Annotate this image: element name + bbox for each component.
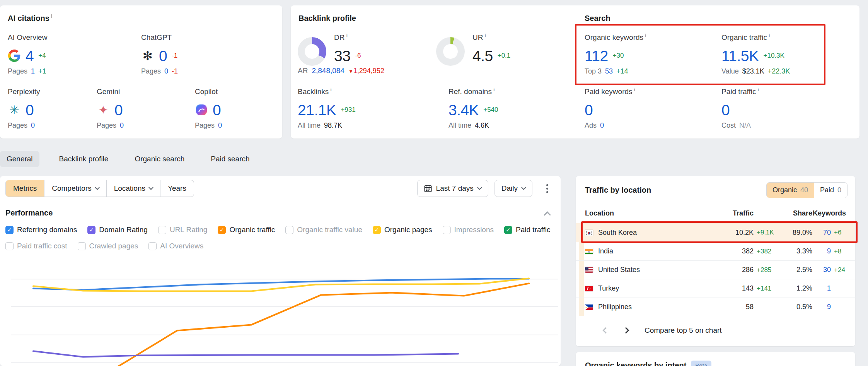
share-value: 3.3% <box>778 247 812 255</box>
ur-delta: +0.1 <box>498 52 511 60</box>
checkbox-paid-traffic[interactable]: ✓Paid traffic <box>504 226 550 234</box>
ref-domains-delta: +540 <box>483 106 498 114</box>
keywords-value[interactable]: 1 <box>812 284 831 292</box>
granularity-button[interactable]: Daily <box>495 180 532 197</box>
info-icon[interactable]: i <box>634 87 636 92</box>
metrics-segment[interactable]: Metrics <box>6 180 44 197</box>
flag-united-states-icon <box>585 267 593 273</box>
checkbox-organic-traffic[interactable]: ✓Organic traffic <box>218 226 275 234</box>
share-value: 0.5% <box>778 303 812 311</box>
info-icon[interactable]: i <box>769 32 770 38</box>
ar-value[interactable]: 2,848,084 <box>312 67 344 75</box>
info-icon[interactable]: i <box>493 87 495 92</box>
table-row-united-states[interactable]: United States 286 +285 2.5% 30 +24 <box>576 260 855 279</box>
backlinks-delta: +931 <box>341 106 355 114</box>
organic-traffic-value[interactable]: 11.5K <box>721 48 759 63</box>
keywords-value[interactable]: 9 <box>812 303 831 311</box>
flag-philippines-icon <box>585 304 593 310</box>
table-row-philippines[interactable]: Philippines 58 0.5% 9 <box>576 298 855 316</box>
chevron-down-icon <box>148 185 153 190</box>
checkbox-organic-pages[interactable]: ✓Organic pages <box>373 226 432 234</box>
traffic-value: 286 <box>716 266 754 274</box>
checkbox-box <box>78 242 86 250</box>
previous-page-icon[interactable] <box>603 327 609 334</box>
info-icon[interactable]: i <box>346 32 348 38</box>
keywords-by-intent-card: Organic keywords by intent Beta <box>576 352 855 366</box>
gemini-value[interactable]: 0 <box>114 103 123 118</box>
years-segment[interactable]: Years <box>160 180 194 197</box>
metric-domain-rating: DRi 33 -6 <box>334 33 361 65</box>
info-icon[interactable]: i <box>757 87 759 92</box>
traffic-delta: +285 <box>754 266 778 274</box>
table-row-india[interactable]: India 382 +382 3.3% 9 +8 <box>576 242 855 260</box>
checkbox-domain-rating[interactable]: ✓Domain Rating <box>87 226 148 234</box>
keywords-delta: +8 <box>831 248 846 255</box>
share-value: 1.2% <box>778 284 812 292</box>
checkbox-organic-traffic-value[interactable]: Organic traffic value <box>285 226 362 234</box>
tab-organic-search[interactable]: Organic search <box>128 151 191 167</box>
table-row-south-korea[interactable]: South Korea 10.2K +9.1K 89.0% 70 +6 <box>576 223 855 242</box>
paid-traffic-value[interactable]: 0 <box>721 103 730 118</box>
copilot-value[interactable]: 0 <box>213 103 221 118</box>
more-options-icon[interactable] <box>543 181 551 196</box>
ai-overview-value[interactable]: 4 <box>26 48 34 63</box>
organic-keywords-value[interactable]: 112 <box>585 48 608 63</box>
location-name: India <box>598 247 613 255</box>
checkbox-box: ✓ <box>5 226 14 234</box>
organic-toggle[interactable]: Organic40 <box>767 183 814 198</box>
cost-row: Cost N/A <box>721 121 751 130</box>
tab-paid-search[interactable]: Paid search <box>204 151 256 167</box>
ai-overview-pages: Pages 1 +1 <box>8 67 46 75</box>
checkbox-crawled-pages[interactable]: Crawled pages <box>78 242 138 250</box>
metric-perplexity: Perplexity ✳ 0 Pages 0 <box>8 87 40 119</box>
performance-line-chart[interactable] <box>0 253 561 366</box>
tab-backlink-profile[interactable]: Backlink profile <box>53 151 115 167</box>
keywords-delta: +6 <box>831 229 846 236</box>
location-table-rows: South Korea 10.2K +9.1K 89.0% 70 +6 Indi… <box>576 223 855 316</box>
checkbox-paid-traffic-cost[interactable]: Paid traffic cost <box>5 242 67 250</box>
ads-row: Ads 0 <box>585 121 604 130</box>
metric-organic-traffic: Organic traffici 11.5K +10.3K Value $23.… <box>721 33 784 65</box>
backlinks-value[interactable]: 21.1K <box>298 103 336 118</box>
collapse-chevron-icon[interactable] <box>544 211 551 218</box>
organic-paid-toggle: Organic40 Paid0 <box>766 182 848 198</box>
organic-traffic-delta: +10.3K <box>764 52 784 60</box>
locations-segment[interactable]: Locations <box>106 180 160 197</box>
metric-organic-keywords: Organic keywordsi 112 +30 Top 3 53 +14 <box>585 33 646 65</box>
checkbox-url-rating[interactable]: URL Rating <box>158 226 208 234</box>
metric-ai-overview: AI Overview 4 +4 Pages 1 +1 <box>8 33 47 65</box>
info-icon[interactable]: i <box>645 32 646 38</box>
checkbox-referring-domains[interactable]: ✓Referring domains <box>5 226 77 234</box>
paid-toggle[interactable]: Paid0 <box>814 183 847 198</box>
date-range-button[interactable]: Last 7 days <box>417 180 488 197</box>
metric-checkbox-row-2: Paid traffic cost Crawled pages AI Overv… <box>5 242 203 250</box>
info-icon[interactable]: i <box>484 32 486 38</box>
competitors-segment[interactable]: Competitors <box>44 180 106 197</box>
performance-title: Performance <box>5 209 53 217</box>
series-organic-traffic <box>116 284 529 366</box>
compare-top5-link[interactable]: Compare top 5 on chart <box>645 326 722 335</box>
keywords-value[interactable]: 9 <box>812 247 831 255</box>
checkbox-ai-overviews[interactable]: AI Overviews <box>148 242 203 250</box>
keywords-value[interactable]: 70 <box>812 229 831 237</box>
next-page-icon[interactable] <box>623 327 629 334</box>
metric-copilot: Copilot 0 Pages 0 <box>195 87 221 119</box>
checkbox-impressions[interactable]: Impressions <box>443 226 494 234</box>
gemini-icon: ✦ <box>97 104 110 116</box>
keywords-value[interactable]: 30 <box>812 266 831 274</box>
backlink-profile-section: Backlink profile DRi 33 -6 AR 2,848,084 … <box>291 5 575 139</box>
info-icon[interactable]: i <box>51 13 53 19</box>
ahrefs-rank-row: AR 2,848,084 ▼1,294,952 <box>298 67 384 75</box>
chatgpt-value[interactable]: 0 <box>159 48 167 63</box>
perplexity-value[interactable]: 0 <box>26 103 34 118</box>
ref-domains-value[interactable]: 3.4K <box>448 103 479 118</box>
ai-citations-card: AI citationsi AI Overview 4 +4 Pages 1 +… <box>0 5 282 139</box>
paid-keywords-value[interactable]: 0 <box>585 103 593 118</box>
info-icon[interactable]: i <box>330 87 332 92</box>
traffic-delta: +141 <box>754 285 778 292</box>
table-row-turkey[interactable]: Turkey 143 +141 1.2% 1 <box>576 279 855 298</box>
tab-general[interactable]: General <box>0 151 39 167</box>
metric-label: Ref. domainsi <box>448 87 498 96</box>
dashboard-page: AI citationsi AI Overview 4 +4 Pages 1 +… <box>0 0 868 366</box>
chatgpt-pages: Pages 0 -1 <box>141 67 178 75</box>
